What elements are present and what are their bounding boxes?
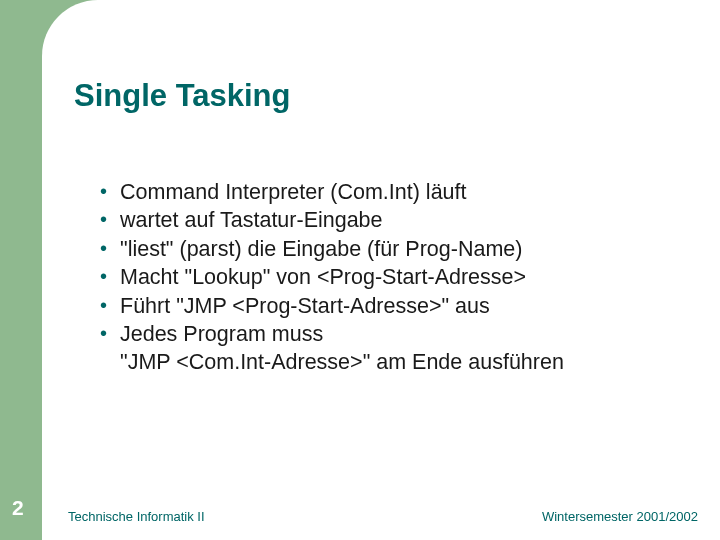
- bullet-text: Führt "JMP <Prog-Start-Adresse>" aus: [120, 294, 490, 318]
- bullet-text: Command Interpreter (Com.Int) läuft: [120, 180, 467, 204]
- bullet-text: Macht "Lookup" von <Prog-Start-Adresse>: [120, 265, 526, 289]
- bullet-text-continuation: "JMP <Com.Int-Adresse>" am Ende ausführe…: [120, 348, 680, 376]
- title-area: Single Tasking: [42, 0, 720, 114]
- footer-right-text: Wintersemester 2001/2002: [542, 509, 698, 524]
- list-item: Führt "JMP <Prog-Start-Adresse>" aus: [100, 292, 680, 320]
- list-item: Macht "Lookup" von <Prog-Start-Adresse>: [100, 263, 680, 291]
- page-number: 2: [12, 496, 24, 520]
- list-item: wartet auf Tastatur-Eingabe: [100, 206, 680, 234]
- bullet-text: Jedes Program muss: [120, 322, 323, 346]
- list-item: "liest" (parst) die Eingabe (für Prog-Na…: [100, 235, 680, 263]
- list-item: Command Interpreter (Com.Int) läuft: [100, 178, 680, 206]
- slide-title: Single Tasking: [74, 78, 720, 114]
- footer-left-text: Technische Informatik II: [68, 509, 205, 524]
- bullet-list: Command Interpreter (Com.Int) läuft wart…: [100, 178, 680, 377]
- list-item: Jedes Program muss "JMP <Com.Int-Adresse…: [100, 320, 680, 377]
- content-area: Command Interpreter (Com.Int) läuft wart…: [42, 114, 720, 377]
- bullet-text: "liest" (parst) die Eingabe (für Prog-Na…: [120, 237, 522, 261]
- slide-body: Single Tasking Command Interpreter (Com.…: [42, 0, 720, 540]
- bullet-text: wartet auf Tastatur-Eingabe: [120, 208, 383, 232]
- slide-footer: 2 Technische Informatik II Wintersemeste…: [0, 498, 720, 526]
